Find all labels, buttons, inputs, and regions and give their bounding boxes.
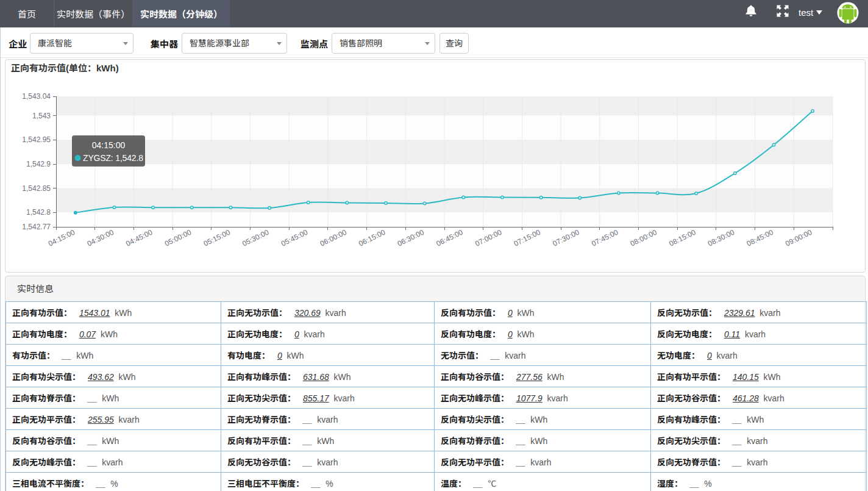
svg-text:1,543: 1,543 <box>32 112 51 120</box>
svg-text:1,542.85: 1,542.85 <box>22 184 51 193</box>
svg-text:07:45:00: 07:45:00 <box>590 228 619 248</box>
svg-text:04:15:00: 04:15:00 <box>47 228 76 248</box>
svg-text:07:15:00: 07:15:00 <box>513 228 542 248</box>
svg-text:04:15:00: 04:15:00 <box>92 140 126 150</box>
svg-text:04:45:00: 04:45:00 <box>124 228 154 248</box>
svg-text:1,542.9: 1,542.9 <box>26 160 51 168</box>
svg-text:1,542.8: 1,542.8 <box>26 208 51 217</box>
svg-text:07:00:00: 07:00:00 <box>474 228 503 248</box>
svg-text:05:00:00: 05:00:00 <box>163 228 193 248</box>
svg-text:09:00:00: 09:00:00 <box>784 228 813 248</box>
svg-text:1,542.95: 1,542.95 <box>22 135 51 144</box>
svg-text:08:15:00: 08:15:00 <box>667 228 697 248</box>
svg-text:ZYGSZ: 1,542.8: ZYGSZ: 1,542.8 <box>83 153 143 163</box>
svg-text:06:45:00: 06:45:00 <box>435 228 464 248</box>
svg-text:04:30:00: 04:30:00 <box>86 228 115 248</box>
svg-text:07:30:00: 07:30:00 <box>551 228 580 248</box>
svg-text:1,543.04: 1,543.04 <box>22 92 51 101</box>
svg-text:06:00:00: 06:00:00 <box>319 228 348 248</box>
svg-text:05:15:00: 05:15:00 <box>202 228 232 248</box>
svg-text:06:15:00: 06:15:00 <box>357 228 386 248</box>
svg-text:08:30:00: 08:30:00 <box>706 228 736 248</box>
svg-text:08:00:00: 08:00:00 <box>629 228 658 248</box>
svg-text:06:30:00: 06:30:00 <box>396 228 425 248</box>
svg-text:05:30:00: 05:30:00 <box>241 228 270 248</box>
svg-text:05:45:00: 05:45:00 <box>280 228 309 248</box>
svg-text:1,542.77: 1,542.77 <box>22 223 51 231</box>
svg-text:08:45:00: 08:45:00 <box>745 228 775 248</box>
